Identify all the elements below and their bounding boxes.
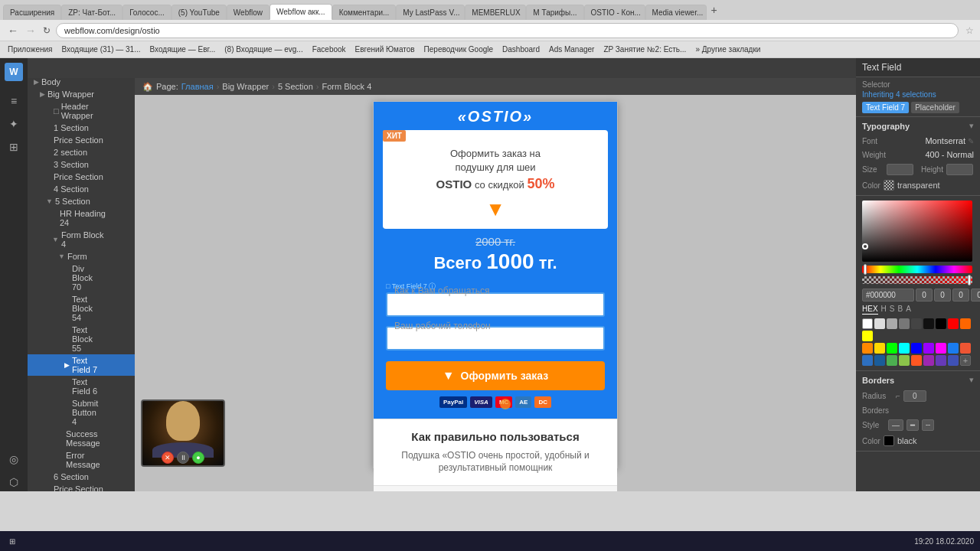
swatch[interactable] [936,343,946,354]
left-icon[interactable]: ◎ [6,450,21,468]
browser-tab[interactable]: ZP: Чат-Бот... [61,5,122,20]
browser-tab[interactable]: Webflow [227,5,270,20]
form-field-name[interactable] [386,292,605,317]
color-gradient-area[interactable] [862,201,972,262]
browser-tab[interactable]: Расширения [3,5,61,20]
browser-tab[interactable]: My LastPass V... [396,5,465,20]
left-icon[interactable]: ⬡ [6,473,21,491]
nav-item[interactable]: ▶ Price Section [28,483,135,491]
font-value[interactable]: Montserrat [877,136,965,145]
hue-slider[interactable] [862,266,972,273]
nav-item[interactable]: ▶ Big Wrapper [28,88,135,100]
nav-item-textfield7[interactable]: ▶ Text Field 7 [28,354,135,376]
bookmark[interactable]: Переводчик Google [421,45,496,54]
browser-tab[interactable]: Media viewer... [645,5,707,20]
swatch[interactable] [899,343,910,354]
browser-tab[interactable]: (5) YouTube [172,5,227,20]
device-mobile-icon[interactable]: ▬ [176,62,190,74]
radius-input[interactable] [903,390,926,402]
browser-tab[interactable]: M Тарифы... [526,5,583,20]
bookmark[interactable]: Приложения [5,45,56,54]
nav-item[interactable]: ▶ Price Section [28,171,135,183]
nav-item[interactable]: ▶ 2 section [28,146,135,158]
swatch[interactable] [899,318,910,329]
swatch[interactable] [887,318,897,329]
swatch[interactable] [899,355,910,366]
bookmark[interactable]: Входящие (31) — 31... [59,45,144,54]
nav-item[interactable]: ▶ HR Heading 24 [28,207,135,229]
nav-item-5section[interactable]: ▼ 5 Section [28,195,135,207]
nav-item[interactable]: ▶ Error Message [28,449,135,471]
swatch[interactable] [960,343,971,354]
bookmark[interactable]: ZP Занятие №2: Есть... [600,45,689,54]
nav-item[interactable]: ▶ 3 Section [28,158,135,171]
border-style-none[interactable]: — [888,419,903,431]
nav-item-form[interactable]: ▼ Form [28,250,135,262]
color-picker-handle[interactable] [862,243,868,249]
nav-item[interactable]: ▶ Text Field 6 [28,376,135,397]
forward-btn[interactable]: → [24,24,38,37]
device-mobile-sm-icon[interactable]: ▫ [193,62,201,74]
webcam-close-btn[interactable]: ✕ [162,452,174,464]
rgba-g[interactable] [934,289,951,302]
left-icon[interactable]: ≡ [8,92,20,110]
breadcrumb-item[interactable]: 5 Section [278,82,313,91]
back-btn[interactable]: ← [6,24,20,37]
alpha-handle[interactable] [968,275,971,285]
nav-item[interactable]: ▶ Submit Button 4 [28,397,135,428]
nav-item[interactable]: ▶ Success Message [28,428,135,449]
nav-item[interactable]: ▶ 1 Section [28,122,135,134]
swatch[interactable] [923,355,934,366]
mode-s[interactable]: S [890,305,895,315]
nav-item[interactable]: ▶ □ Header Wrapper [28,100,135,122]
browser-tab[interactable]: Комментари... [332,5,397,20]
nav-item[interactable]: ▶ Body [28,76,135,88]
nav-item[interactable]: ▶ Text Block 54 [28,293,135,324]
swatch[interactable] [923,343,934,354]
breadcrumb-item[interactable]: Big Wrapper [222,82,269,91]
swatch[interactable] [936,318,946,329]
publish-btn[interactable]: Publish [675,62,718,74]
mode-b[interactable]: B [897,305,903,315]
swatch[interactable] [936,355,946,366]
left-icon[interactable]: ✦ [6,115,21,133]
swatch[interactable] [874,343,885,354]
submit-button[interactable]: ▼ Оформить заказ [386,361,605,390]
selector-tab-placeholder[interactable]: Placeholder [911,102,959,113]
nav-item[interactable]: ▶ 4 Section [28,183,135,195]
bookmark[interactable]: Dashboard [499,45,543,54]
device-desktop-icon[interactable]: ⬛ [141,62,157,74]
hue-handle[interactable] [864,264,867,275]
browser-tab[interactable]: Голосос... [122,5,172,20]
nav-item[interactable]: ▶ Text Block 55 [28,324,135,354]
swatch-plus[interactable]: + [960,355,971,366]
swatch[interactable] [874,355,885,366]
swatch[interactable] [948,343,959,354]
alpha-slider[interactable] [862,276,972,284]
rgba-b[interactable] [952,289,969,302]
refresh-btn[interactable]: ↻ [41,25,52,36]
browser-tab-active[interactable]: Webflow акк... [270,4,332,20]
typography-header[interactable]: Typography ▾ [856,117,980,135]
border-style-dash[interactable]: ╌ [922,419,934,431]
left-icon[interactable]: ⊞ [6,138,21,156]
swatch[interactable] [911,343,922,354]
swatch[interactable] [874,318,885,329]
swatch[interactable] [911,318,922,329]
swatch[interactable] [862,355,873,366]
swatch[interactable] [923,318,934,329]
breadcrumb-page-name[interactable]: Главная [181,82,214,91]
swatch[interactable] [862,343,873,354]
border-color-swatch[interactable] [884,435,894,446]
bookmark[interactable]: Евгений Юматов [352,45,418,54]
rgba-r[interactable] [916,289,933,302]
swatch[interactable] [887,355,897,366]
device-tablet-icon[interactable]: ▭ [160,62,173,74]
bookmark[interactable]: » Другие закладки [692,45,763,54]
hex-input[interactable] [862,289,914,302]
swatch[interactable] [862,318,873,329]
swatch[interactable] [887,343,897,354]
nav-item[interactable]: ▶ Div Block 70 [28,262,135,293]
selector-tab-textfield[interactable]: Text Field 7 [862,102,909,113]
webcam-record-btn[interactable]: ● [192,452,204,464]
